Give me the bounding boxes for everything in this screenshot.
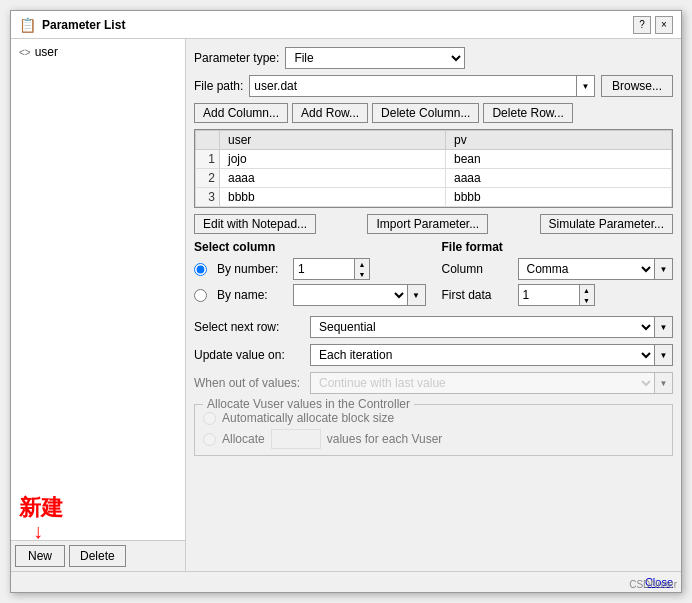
new-button[interactable]: New <box>15 545 65 567</box>
import-parameter-button[interactable]: Import Parameter... <box>367 214 488 234</box>
first-data-down[interactable]: ▼ <box>580 295 594 305</box>
allocate-radio <box>203 433 216 446</box>
toolbar-row: Add Column... Add Row... Delete Column..… <box>194 103 673 123</box>
sidebar-item-label: user <box>35 45 58 59</box>
arrow-down-icon: ↓ <box>33 520 43 543</box>
row-num: 2 <box>196 169 220 188</box>
update-value-label: Update value on: <box>194 348 304 362</box>
update-value-dropdown-icon[interactable]: ▼ <box>654 345 672 365</box>
tree-icon: <> <box>19 47 31 58</box>
file-path-dropdown-icon[interactable]: ▼ <box>576 76 594 96</box>
first-data-label: First data <box>442 288 512 302</box>
delete-column-button[interactable]: Delete Column... <box>372 103 479 123</box>
by-name-radio[interactable] <box>194 289 207 302</box>
first-data-up[interactable]: ▲ <box>580 285 594 295</box>
parameter-type-row: Parameter type: File <box>194 47 673 69</box>
by-number-row: By number: ▲ ▼ <box>194 258 426 280</box>
table-row: 3 bbbb bbbb <box>196 188 672 207</box>
parameter-type-label: Parameter type: <box>194 51 279 65</box>
select-next-row-row: Select next row: Sequential Random ▼ <box>194 316 673 338</box>
column-format-label: Column <box>442 262 512 276</box>
row-pv: bbbb <box>446 188 672 207</box>
select-next-row-dropdown-icon[interactable]: ▼ <box>654 317 672 337</box>
when-out-dropdown-icon: ▼ <box>654 373 672 393</box>
column-format-dropdown-icon[interactable]: ▼ <box>654 259 672 279</box>
file-path-row: File path: ▼ Browse... <box>194 75 673 97</box>
col-header-user: user <box>220 131 446 150</box>
delete-button[interactable]: Delete <box>69 545 126 567</box>
by-number-input[interactable] <box>294 259 354 279</box>
column-format-row: Column Comma Tab ▼ <box>442 258 674 280</box>
sidebar-footer: New Delete <box>11 540 185 571</box>
by-number-label: By number: <box>217 262 287 276</box>
data-table: user pv 1 jojo bean 2 aaaa aaaa 3 bbbb b… <box>195 130 672 207</box>
parameter-type-select[interactable]: File <box>286 50 464 66</box>
new-hint-label: 新建 <box>19 493 63 523</box>
bottom-section: Select next row: Sequential Random ▼ Upd… <box>194 316 673 456</box>
row-pv: bean <box>446 150 672 169</box>
allocate-label: Allocate <box>222 432 265 446</box>
two-sections: Select column By number: ▲ ▼ <box>194 240 673 310</box>
auto-allocate-radio <box>203 412 216 425</box>
table-row: 2 aaaa aaaa <box>196 169 672 188</box>
when-out-select: Continue with last value <box>311 373 654 393</box>
simulate-parameter-button[interactable]: Simulate Parameter... <box>540 214 673 234</box>
row-pv: aaaa <box>446 169 672 188</box>
select-column-title: Select column <box>194 240 426 254</box>
parameter-list-dialog: 📋 Parameter List ? × <> user 新建 ↓ New De… <box>10 10 682 593</box>
allocate-group-box: Allocate Vuser values in the Controller … <box>194 404 673 456</box>
row-num: 3 <box>196 188 220 207</box>
dialog-title: Parameter List <box>42 18 125 32</box>
add-column-button[interactable]: Add Column... <box>194 103 288 123</box>
main-panel: Parameter type: File File path: ▼ Browse… <box>186 39 681 571</box>
edit-notepad-button[interactable]: Edit with Notepad... <box>194 214 316 234</box>
col-header-pv: pv <box>446 131 672 150</box>
sidebar-item-user[interactable]: <> user <box>15 43 181 61</box>
watermark: CSDNuser <box>629 579 677 590</box>
allocate-values-label: values for each Vuser <box>327 432 443 446</box>
by-name-row: By name: ▼ <box>194 284 426 306</box>
update-value-row: Update value on: Each iteration Each occ… <box>194 344 673 366</box>
delete-row-button[interactable]: Delete Row... <box>483 103 572 123</box>
select-column-section: Select column By number: ▲ ▼ <box>194 240 426 310</box>
row-num: 1 <box>196 150 220 169</box>
dialog-footer: Close CSDNuser <box>11 571 681 592</box>
when-out-label: When out of values: <box>194 376 304 390</box>
row-user: aaaa <box>220 169 446 188</box>
first-data-input[interactable] <box>519 285 579 305</box>
by-number-radio[interactable] <box>194 263 207 276</box>
select-next-row-label: Select next row: <box>194 320 304 334</box>
row-user: bbbb <box>220 188 446 207</box>
column-format-select[interactable]: Comma Tab <box>519 259 655 279</box>
close-button[interactable]: × <box>655 16 673 34</box>
first-data-row: First data ▲ ▼ <box>442 284 674 306</box>
select-next-row-select[interactable]: Sequential Random <box>311 317 654 337</box>
title-bar: 📋 Parameter List ? × <box>11 11 681 39</box>
file-format-title: File format <box>442 240 674 254</box>
by-name-dropdown-icon[interactable]: ▼ <box>407 285 425 305</box>
col-header-num <box>196 131 220 150</box>
when-out-row: When out of values: Continue with last v… <box>194 372 673 394</box>
file-path-label: File path: <box>194 79 243 93</box>
table-row: 1 jojo bean <box>196 150 672 169</box>
file-format-section: File format Column Comma Tab ▼ First dat… <box>442 240 674 310</box>
by-name-select[interactable] <box>294 285 407 305</box>
row-user: jojo <box>220 150 446 169</box>
file-path-input[interactable] <box>250 76 576 96</box>
update-value-select[interactable]: Each iteration Each occurrence <box>311 345 654 365</box>
allocate-value-input <box>271 429 321 449</box>
by-name-label: By name: <box>217 288 287 302</box>
data-table-container: user pv 1 jojo bean 2 aaaa aaaa 3 bbbb b… <box>194 129 673 208</box>
dialog-icon: 📋 <box>19 17 36 33</box>
by-number-down[interactable]: ▼ <box>355 269 369 279</box>
allocate-group-title: Allocate Vuser values in the Controller <box>203 397 414 411</box>
actions-row: Edit with Notepad... Import Parameter...… <box>194 214 673 234</box>
auto-allocate-label: Automatically allocate block size <box>222 411 394 425</box>
add-row-button[interactable]: Add Row... <box>292 103 368 123</box>
browse-button[interactable]: Browse... <box>601 75 673 97</box>
by-number-up[interactable]: ▲ <box>355 259 369 269</box>
help-button[interactable]: ? <box>633 16 651 34</box>
